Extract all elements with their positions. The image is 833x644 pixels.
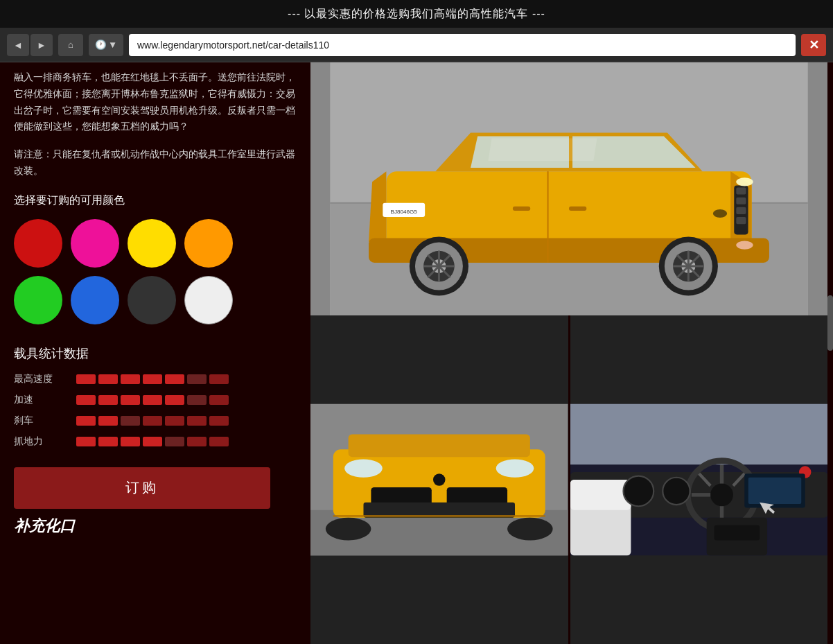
right-panel: BJ8046G5	[310, 62, 827, 644]
color-swatch-blue[interactable]	[71, 276, 119, 324]
seg	[165, 395, 184, 405]
svg-point-69	[663, 478, 690, 505]
svg-rect-43	[349, 434, 530, 457]
car-thumb-front[interactable]	[310, 315, 568, 644]
color-swatch-red[interactable]	[14, 219, 62, 268]
url-input[interactable]	[129, 34, 796, 56]
history-button[interactable]: 🕐 ▼	[89, 34, 123, 56]
svg-text:BJ8046G5: BJ8046G5	[391, 209, 418, 215]
stat-label-traction: 抓地力	[14, 435, 69, 448]
svg-point-15	[736, 177, 753, 186]
customize-section: 补充化口	[14, 509, 297, 537]
seg	[143, 416, 162, 426]
seg	[76, 395, 96, 405]
stat-label-speed: 最高速度	[14, 373, 69, 385]
color-section: 选择要订购的可用颜色	[14, 193, 297, 324]
color-swatch-white[interactable]	[184, 276, 233, 324]
seg	[98, 416, 118, 426]
buy-button[interactable]: 订购	[14, 467, 270, 509]
seg	[121, 416, 140, 426]
seg	[187, 437, 207, 446]
color-swatch-yellow[interactable]	[128, 219, 176, 268]
seg	[121, 395, 140, 405]
customize-title: 补充化口	[14, 516, 75, 537]
svg-rect-54	[570, 404, 828, 464]
seg	[76, 416, 96, 426]
back-button[interactable]: ◄	[7, 34, 29, 56]
scrollbar-track[interactable]	[827, 62, 833, 644]
svg-rect-38	[569, 207, 586, 211]
stat-row-speed: 最高速度	[14, 373, 297, 385]
car-main-image: BJ8046G5	[310, 62, 827, 315]
car-notice: 请注意：只能在复仇者或机动作战中心内的载具工作室里进行武器改装。	[14, 146, 297, 180]
seg	[165, 437, 184, 446]
color-grid	[14, 219, 297, 324]
car-description: 融入一排商务轿车，也能在红地毯上不丢面子。送您前往法院时，它得优雅体面；接您离开…	[14, 62, 297, 135]
svg-point-16	[736, 241, 753, 250]
seg	[76, 437, 96, 446]
seg	[209, 437, 229, 446]
svg-point-48	[496, 459, 534, 477]
forward-button[interactable]: ►	[30, 34, 53, 56]
seg	[165, 416, 184, 426]
stat-bar-accel	[76, 395, 297, 405]
stats-title: 载具统计数据	[14, 345, 297, 362]
color-swatch-pink[interactable]	[71, 219, 119, 268]
stat-bar-brake	[76, 416, 297, 426]
home-button[interactable]: ⌂	[58, 34, 83, 56]
color-swatch-orange[interactable]	[184, 219, 233, 268]
close-button[interactable]: ✕	[801, 34, 826, 56]
stat-row-brake: 刹车	[14, 415, 297, 427]
dropdown-arrow-icon: ▼	[108, 40, 117, 50]
svg-rect-13	[736, 207, 746, 214]
seg	[209, 416, 229, 426]
main-content: 融入一排商务轿车，也能在红地毯上不丢面子。送您前往法院时，它得优雅体面；接您离开…	[0, 62, 833, 644]
stat-label-brake: 刹车	[14, 415, 69, 427]
svg-rect-67	[570, 480, 631, 510]
svg-point-47	[344, 459, 383, 477]
seg	[143, 395, 162, 405]
seg	[143, 374, 162, 384]
close-icon: ✕	[809, 37, 819, 53]
browser-toolbar: ◄ ► ⌂ 🕐 ▼ ✕	[0, 28, 833, 62]
nav-buttons: ◄ ►	[7, 34, 53, 56]
seg	[121, 437, 140, 446]
stat-label-accel: 加速	[14, 394, 69, 406]
car-interior-svg	[570, 315, 828, 644]
stat-row-traction: 抓地力	[14, 435, 297, 448]
seg	[209, 395, 229, 405]
home-icon: ⌂	[68, 40, 73, 50]
svg-point-49	[433, 473, 445, 485]
stats-section: 载具统计数据 最高速度 加速	[14, 345, 297, 448]
svg-rect-14	[736, 217, 746, 224]
car-thumb-interior[interactable]	[568, 315, 828, 644]
seg	[187, 374, 207, 384]
seg	[143, 437, 162, 446]
svg-point-68	[623, 476, 654, 507]
car-main-svg: BJ8046G5	[310, 62, 827, 315]
stat-bar-speed	[76, 374, 297, 384]
svg-marker-39	[488, 139, 597, 161]
scrollbar-thumb[interactable]	[827, 295, 833, 351]
svg-rect-12	[736, 198, 746, 204]
svg-point-57	[710, 483, 733, 506]
svg-point-51	[507, 518, 553, 541]
svg-rect-64	[714, 525, 760, 541]
stat-row-accel: 加速	[14, 394, 297, 406]
seg	[209, 374, 229, 384]
thumbnail-row	[310, 315, 827, 644]
top-banner: --- 以最实惠的价格选购我们高端的高性能汽车 ---	[0, 0, 833, 28]
stat-bar-traction	[76, 437, 297, 446]
color-swatch-darkgray[interactable]	[128, 276, 176, 324]
car-front-svg	[310, 315, 568, 644]
seg	[98, 395, 118, 405]
seg	[187, 416, 207, 426]
seg	[121, 374, 140, 384]
color-swatch-green[interactable]	[14, 276, 62, 324]
buy-button-label: 订购	[125, 480, 159, 495]
svg-point-50	[326, 518, 371, 541]
seg	[98, 374, 118, 384]
seg	[76, 374, 96, 384]
banner-text: --- 以最实惠的价格选购我们高端的高性能汽车 ---	[288, 7, 545, 21]
svg-rect-11	[736, 187, 746, 194]
